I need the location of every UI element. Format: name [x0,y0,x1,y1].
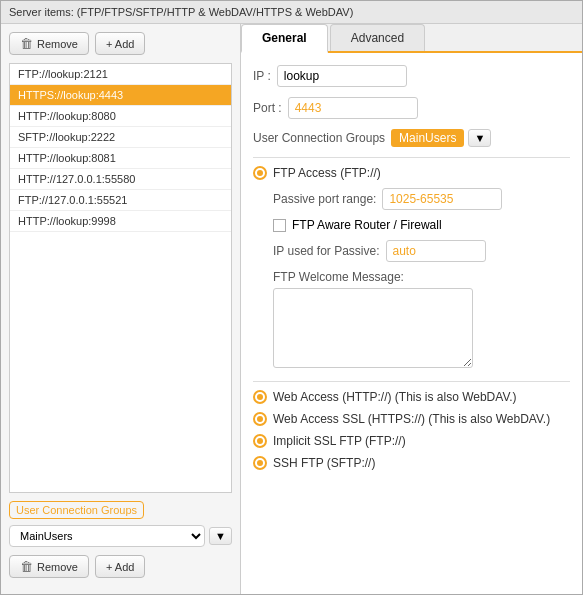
user-group-arrow-button[interactable]: ▼ [209,527,232,545]
server-item[interactable]: SFTP://lookup:2222 [10,127,231,148]
tab-bar: General Advanced [241,24,582,53]
welcome-label: FTP Welcome Message: [273,270,570,284]
divider-2 [253,381,570,382]
right-panel: General Advanced IP : Port : [241,24,582,594]
trash-icon-bottom: 🗑 [20,559,33,574]
ucg-label: User Connection Groups [253,131,385,145]
window-title: Server items: (FTP/FTPS/SFTP/HTTP & WebD… [9,6,353,18]
passive-port-label: Passive port range: [273,192,376,206]
ssh-ftp-label: SSH FTP (SFTP://) [273,456,375,470]
ftp-aware-row: FTP Aware Router / Firewall [273,218,570,232]
ftp-access-label: FTP Access (FTP://) [273,166,381,180]
ip-input[interactable] [277,65,407,87]
ftp-section: Passive port range: FTP Aware Router / F… [273,188,570,371]
tab-content-general: IP : Port : User Connection Groups MainU… [241,53,582,594]
user-group-select[interactable]: MainUsers [9,525,205,547]
ip-passive-input[interactable] [386,240,486,262]
ssh-ftp-row: SSH FTP (SFTP://) [253,456,570,470]
port-label: Port : [253,101,282,115]
implicit-ssl-label: Implicit SSL FTP (FTP://) [273,434,406,448]
web-access-radio[interactable] [253,390,267,404]
web-access-ssl-radio-dot [257,416,263,422]
ip-label: IP : [253,69,271,83]
web-access-ssl-radio[interactable] [253,412,267,426]
ftp-aware-checkbox[interactable] [273,219,286,232]
ucg-badge: MainUsers [391,129,464,147]
add-group-button[interactable]: + Add [95,555,145,578]
web-access-radio-dot [257,394,263,400]
web-access-ssl-label: Web Access SSL (HTTPS://) (This is also … [273,412,550,426]
user-connection-groups-label: User Connection Groups [9,501,144,519]
server-list: FTP://lookup:2121 HTTPS://lookup:4443 HT… [9,63,232,493]
server-item[interactable]: FTP://lookup:2121 [10,64,231,85]
welcome-section: FTP Welcome Message: [273,270,570,371]
title-bar: Server items: (FTP/FTPS/SFTP/HTTP & WebD… [1,1,582,24]
ucg-arrow-button[interactable]: ▼ [468,129,491,147]
passive-port-row: Passive port range: [273,188,570,210]
ucg-row: User Connection Groups MainUsers ▼ [253,129,570,147]
welcome-message-textarea[interactable] [273,288,473,368]
remove-server-button[interactable]: 🗑 Remove [9,32,89,55]
main-content: 🗑 Remove + Add FTP://lookup:2121 HTTPS:/… [1,24,582,594]
implicit-ssl-row: Implicit SSL FTP (FTP://) [253,434,570,448]
server-item[interactable]: HTTP://lookup:8081 [10,148,231,169]
remove-group-button[interactable]: 🗑 Remove [9,555,89,578]
web-access-label: Web Access (HTTP://) (This is also WebDA… [273,390,517,404]
server-item[interactable]: HTTP://lookup:8080 [10,106,231,127]
ssh-ftp-radio-dot [257,460,263,466]
ssh-ftp-radio[interactable] [253,456,267,470]
tab-general[interactable]: General [241,24,328,53]
server-item[interactable]: HTTP://127.0.0.1:55580 [10,169,231,190]
add-server-button[interactable]: + Add [95,32,145,55]
implicit-ssl-radio[interactable] [253,434,267,448]
main-window: Server items: (FTP/FTPS/SFTP/HTTP & WebD… [0,0,583,595]
left-panel: 🗑 Remove + Add FTP://lookup:2121 HTTPS:/… [1,24,241,594]
ip-row: IP : [253,65,570,87]
server-item[interactable]: HTTP://lookup:9998 [10,211,231,232]
port-row: Port : [253,97,570,119]
ftp-radio-dot [257,170,263,176]
divider-1 [253,157,570,158]
implicit-ssl-radio-dot [257,438,263,444]
bottom-action-buttons: 🗑 Remove + Add [9,555,232,578]
trash-icon: 🗑 [20,36,33,51]
web-access-row: Web Access (HTTP://) (This is also WebDA… [253,390,570,404]
top-action-buttons: 🗑 Remove + Add [9,32,232,55]
ip-passive-label: IP used for Passive: [273,244,380,258]
ftp-aware-label: FTP Aware Router / Firewall [292,218,442,232]
port-input[interactable] [288,97,418,119]
web-access-ssl-row: Web Access SSL (HTTPS://) (This is also … [253,412,570,426]
server-item[interactable]: FTP://127.0.0.1:55521 [10,190,231,211]
passive-port-input[interactable] [382,188,502,210]
ftp-radio[interactable] [253,166,267,180]
ftp-access-row: FTP Access (FTP://) [253,166,570,180]
server-item-selected[interactable]: HTTPS://lookup:4443 [10,85,231,106]
user-group-row: MainUsers ▼ [9,525,232,547]
ip-passive-row: IP used for Passive: [273,240,570,262]
tab-advanced[interactable]: Advanced [330,24,425,51]
